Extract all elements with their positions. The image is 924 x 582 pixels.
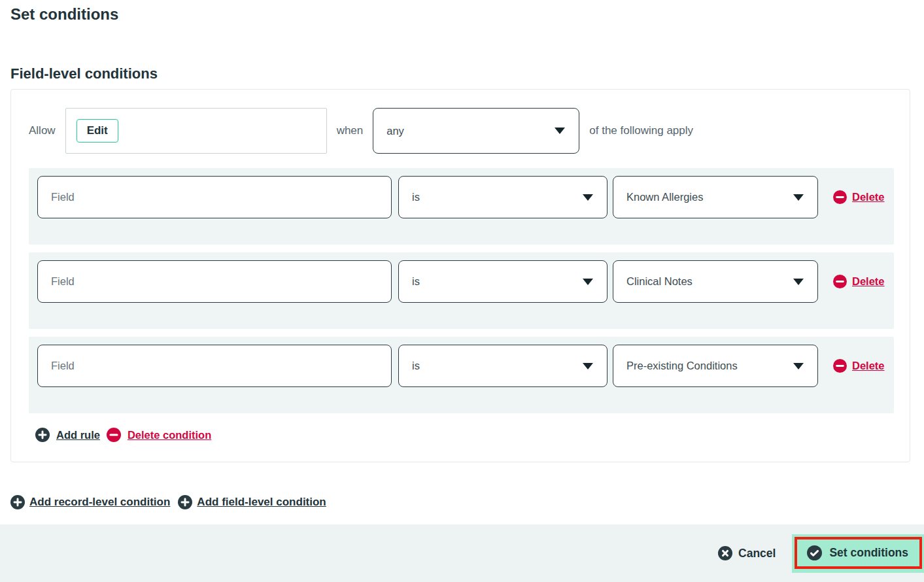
set-conditions-label: Set conditions	[829, 546, 908, 560]
minus-circle-icon	[107, 428, 121, 442]
cancel-label: Cancel	[738, 547, 776, 560]
action-picker-field[interactable]: Edit	[65, 108, 327, 154]
minus-circle-icon	[833, 190, 847, 204]
operator-value: is	[412, 191, 420, 203]
value-select-value: Pre-existing Conditions	[626, 360, 738, 372]
rule-row: is Clinical Notes Delete	[29, 252, 894, 329]
operator-select[interactable]: is	[398, 260, 607, 303]
minus-circle-icon	[833, 275, 847, 288]
field-input[interactable]	[37, 176, 392, 218]
operator-select[interactable]: is	[398, 345, 607, 387]
plus-circle-icon	[35, 428, 50, 442]
action-chip-edit[interactable]: Edit	[77, 119, 118, 143]
add-field-level-condition-button[interactable]: Add field-level condition	[178, 495, 326, 509]
field-level-conditions-card: Allow Edit when any of the following app…	[10, 89, 910, 462]
page-title: Set conditions	[10, 5, 924, 24]
caret-down-icon	[582, 362, 594, 370]
allow-label: Allow	[29, 124, 56, 137]
value-select[interactable]: Clinical Notes	[613, 260, 818, 303]
delete-rule-label: Delete	[852, 360, 885, 372]
caret-down-icon	[793, 278, 804, 286]
add-record-level-condition-button[interactable]: Add record-level condition	[10, 495, 170, 509]
caret-down-icon	[793, 194, 804, 201]
caret-down-icon	[582, 278, 594, 286]
field-input[interactable]	[37, 260, 392, 303]
x-circle-icon	[718, 546, 732, 560]
add-field-level-condition-label: Add field-level condition	[197, 496, 326, 509]
section-title: Field-level conditions	[10, 65, 924, 82]
match-mode-select[interactable]: any	[373, 108, 579, 154]
check-circle-icon	[807, 545, 822, 560]
value-select-value: Known Allergies	[626, 191, 703, 203]
set-conditions-button[interactable]: Set conditions	[795, 537, 922, 569]
annotation-highlight: Set conditions	[792, 534, 924, 573]
rule-row: is Known Allergies Delete	[29, 168, 894, 245]
add-rule-label: Add rule	[56, 429, 100, 441]
delete-rule-button[interactable]: Delete	[833, 176, 885, 218]
add-rule-button[interactable]: Add rule	[35, 428, 100, 442]
cancel-button[interactable]: Cancel	[718, 546, 776, 560]
delete-condition-label: Delete condition	[128, 429, 211, 441]
caret-down-icon	[582, 194, 594, 201]
delete-condition-button[interactable]: Delete condition	[107, 428, 211, 442]
delete-rule-label: Delete	[852, 275, 885, 288]
field-input[interactable]	[37, 345, 392, 387]
match-mode-value: any	[386, 125, 404, 137]
minus-circle-icon	[833, 359, 847, 373]
apply-suffix-label: of the following apply	[589, 124, 693, 137]
card-actions: Add rule Delete condition	[35, 428, 894, 442]
plus-circle-icon	[10, 495, 25, 509]
value-select[interactable]: Known Allergies	[613, 176, 818, 218]
delete-rule-label: Delete	[852, 191, 885, 203]
when-label: when	[337, 124, 364, 137]
delete-rule-button[interactable]: Delete	[833, 345, 885, 387]
footer-action-bar: Cancel Set conditions	[0, 524, 924, 582]
page-actions: Add record-level condition Add field-lev…	[10, 495, 924, 509]
rule-row: is Pre-existing Conditions Delete	[29, 337, 894, 413]
add-record-level-condition-label: Add record-level condition	[29, 496, 170, 509]
operator-select[interactable]: is	[398, 176, 607, 218]
operator-value: is	[412, 360, 420, 372]
plus-circle-icon	[178, 495, 192, 509]
value-select[interactable]: Pre-existing Conditions	[613, 345, 818, 387]
caret-down-icon	[554, 127, 566, 135]
delete-rule-button[interactable]: Delete	[833, 260, 885, 303]
operator-value: is	[412, 275, 420, 288]
caret-down-icon	[793, 362, 804, 370]
allow-row: Allow Edit when any of the following app…	[29, 108, 894, 154]
value-select-value: Clinical Notes	[626, 275, 693, 288]
